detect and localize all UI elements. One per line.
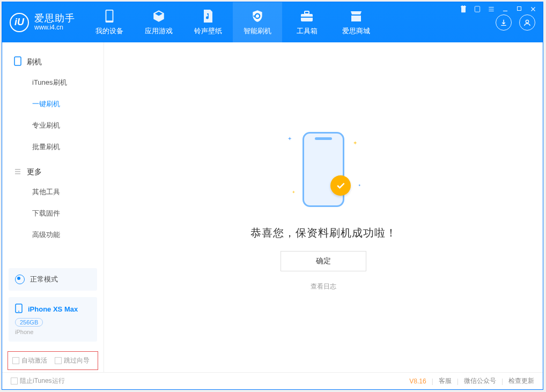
phone-illustration-icon — [302, 132, 344, 207]
tab-toolbox[interactable]: 工具箱 — [282, 2, 331, 42]
tab-smart-flash[interactable]: 智能刷机 — [233, 2, 282, 42]
svg-rect-6 — [301, 17, 313, 18]
sidebar-item-download-firmware[interactable]: 下载固件 — [2, 203, 104, 224]
sidebar-item-pro-flash[interactable]: 专业刷机 — [2, 115, 104, 136]
svg-rect-0 — [475, 6, 479, 12]
download-button[interactable] — [496, 14, 512, 31]
sidebar-item-other-tools[interactable]: 其他工具 — [2, 181, 104, 203]
device-name: iPhone XS Max — [28, 305, 78, 313]
close-icon[interactable] — [529, 5, 537, 14]
tab-my-device[interactable]: 我的设备 — [85, 2, 134, 42]
svg-rect-5 — [305, 11, 309, 14]
phone-outline-icon — [14, 56, 21, 68]
cube-icon — [152, 9, 166, 23]
mode-icon — [15, 275, 25, 284]
nav-tabs: 我的设备 应用游戏 铃声壁纸 智能刷机 — [85, 2, 381, 42]
checkbox-label: 自动激活 — [21, 357, 47, 364]
logo-area: iU 爱思助手 www.i4.cn — [2, 2, 85, 42]
confirm-button[interactable]: 确定 — [281, 251, 366, 271]
svg-rect-8 — [14, 57, 21, 65]
tab-label: 智能刷机 — [244, 26, 271, 36]
check-update-link[interactable]: 检查更新 — [508, 376, 534, 386]
device-type: iPhone — [15, 329, 91, 335]
maximize-icon[interactable] — [515, 5, 523, 14]
logo-icon: iU — [10, 13, 29, 32]
sidebar-group-flash: 刷机 — [2, 52, 104, 72]
checkbox-skip-guide[interactable]: 跳过向导 — [55, 356, 90, 365]
app-name: 爱思助手 — [34, 13, 75, 24]
menu-icon[interactable] — [487, 5, 496, 14]
wechat-link[interactable]: 微信公众号 — [464, 376, 496, 386]
support-link[interactable]: 客服 — [439, 376, 452, 386]
tab-label: 工具箱 — [297, 26, 318, 36]
user-button[interactable] — [519, 14, 535, 31]
window-controls — [459, 5, 537, 14]
main-content: ✦ ✦ ✦ • 恭喜您，保资料刷机成功啦！ 确定 查看日志 — [104, 42, 543, 372]
checkbox-icon — [11, 378, 18, 384]
sidebar-item-onekey-flash[interactable]: 一键刷机 — [2, 93, 104, 115]
sidebar: 刷机 iTunes刷机 一键刷机 专业刷机 批量刷机 更多 其他工具 下载固件 … — [2, 42, 104, 372]
header: iU 爱思助手 www.i4.cn 我的设备 应用游戏 — [2, 2, 543, 42]
success-illustration: ✦ ✦ ✦ • — [278, 124, 369, 215]
status-bar: 阻止iTunes运行 V8.16 | 客服 | 微信公众号 | 检查更新 — [2, 372, 543, 389]
tab-label: 我的设备 — [95, 26, 123, 36]
music-file-icon — [201, 9, 215, 23]
tab-label: 铃声壁纸 — [194, 26, 222, 36]
checkbox-icon — [55, 357, 62, 364]
mode-label: 正常模式 — [30, 275, 58, 284]
sidebar-item-itunes-flash[interactable]: iTunes刷机 — [2, 72, 104, 93]
shield-refresh-icon — [250, 9, 264, 23]
checkbox-block-itunes[interactable]: 阻止iTunes运行 — [11, 376, 65, 386]
checkbox-label: 跳过向导 — [64, 357, 90, 364]
svg-point-7 — [526, 20, 528, 23]
toolbox-icon — [300, 9, 314, 23]
tab-apps-games[interactable]: 应用游戏 — [134, 2, 183, 42]
mode-card[interactable]: 正常模式 — [9, 268, 97, 291]
checkbox-label: 阻止iTunes运行 — [20, 377, 65, 384]
checkbox-icon — [12, 357, 19, 364]
sparkle-icon: ✦ — [353, 140, 357, 146]
shirt-icon[interactable] — [459, 5, 468, 14]
highlighted-options: 自动激活 跳过向导 — [8, 351, 98, 370]
device-phone-icon — [15, 304, 23, 315]
group-title: 刷机 — [27, 57, 42, 67]
sparkle-icon: • — [358, 182, 360, 188]
view-log-link[interactable]: 查看日志 — [311, 282, 336, 291]
version-label: V8.16 — [409, 378, 426, 385]
tab-label: 应用游戏 — [145, 26, 173, 36]
success-message: 恭喜您，保资料刷机成功啦！ — [250, 226, 397, 240]
svg-rect-1 — [518, 7, 521, 11]
sidebar-item-batch-flash[interactable]: 批量刷机 — [2, 136, 104, 158]
group-title: 更多 — [27, 167, 42, 177]
sidebar-group-more: 更多 — [2, 163, 104, 181]
store-icon — [349, 9, 363, 23]
phone-icon — [102, 9, 116, 23]
minimize-icon[interactable] — [501, 5, 510, 14]
device-card[interactable]: iPhone XS Max 256GB iPhone — [9, 297, 97, 342]
note-icon[interactable] — [473, 5, 482, 14]
list-icon — [14, 168, 21, 177]
tab-label: 爱思商城 — [342, 26, 370, 36]
sidebar-item-advanced[interactable]: 高级功能 — [2, 224, 104, 246]
device-storage: 256GB — [15, 318, 43, 327]
svg-point-10 — [18, 311, 19, 312]
tab-store[interactable]: 爱思商城 — [331, 2, 381, 42]
checkbox-auto-activate[interactable]: 自动激活 — [12, 356, 47, 365]
sparkle-icon: ✦ — [292, 190, 296, 195]
app-url: www.i4.cn — [34, 24, 75, 31]
check-badge-icon — [330, 175, 351, 196]
svg-rect-3 — [106, 10, 112, 20]
sparkle-icon: ✦ — [287, 136, 292, 142]
tab-ringtone-wallpaper[interactable]: 铃声壁纸 — [183, 2, 233, 42]
